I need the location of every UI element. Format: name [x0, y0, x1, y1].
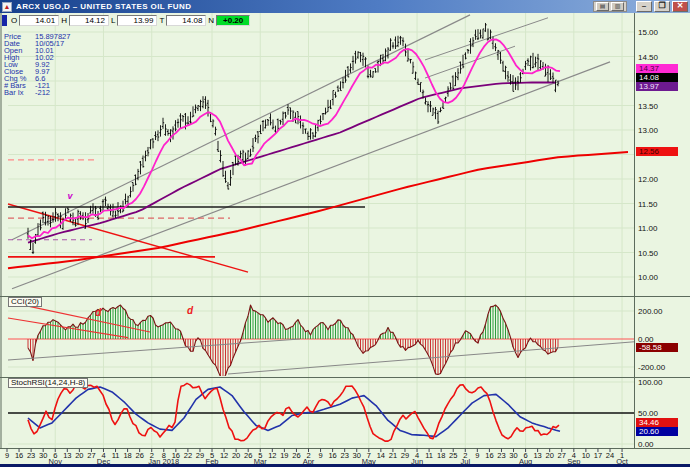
app-icon: ▲: [2, 2, 12, 12]
svg-text:29: 29: [401, 451, 409, 460]
svg-text:21: 21: [389, 451, 397, 460]
svg-text:200.00: 200.00: [638, 307, 663, 316]
svg-text:13.00: 13.00: [638, 126, 659, 135]
stochrsi-signal-value-tag: 20.60: [636, 427, 678, 436]
svg-text:d: d: [95, 307, 102, 318]
quote-bar: O14.01 H14.12 L13.99 T14.08 N+0.20: [2, 15, 250, 26]
svg-text:v: v: [67, 191, 73, 201]
svg-text:15.00: 15.00: [638, 28, 659, 37]
svg-text:12.00: 12.00: [638, 175, 659, 184]
price-pane: v: [8, 15, 628, 289]
net-change-value: +0.20: [216, 15, 250, 26]
window-controls: ▤ ▥ – ❐ ✕: [593, 1, 688, 12]
svg-text:12: 12: [220, 451, 228, 460]
chart-canvas[interactable]: 15.0014.5013.5013.0012.0011.5011.0010.50…: [0, 13, 690, 467]
svg-text:9: 9: [5, 451, 9, 460]
low-value: 13.99: [117, 15, 157, 26]
close-button[interactable]: ✕: [672, 1, 688, 12]
svg-text:18: 18: [437, 451, 445, 460]
svg-text:14: 14: [377, 451, 385, 460]
trade-value: 14.08: [166, 15, 206, 26]
svg-text:24: 24: [606, 451, 614, 460]
svg-text:30: 30: [353, 451, 361, 460]
cursor-info-panel: Price15.897827 Date10/05/17 Open10.01 Hi…: [4, 33, 70, 96]
svg-text:30: 30: [509, 451, 517, 460]
svg-text:9: 9: [318, 451, 322, 460]
chart-tool-button-1[interactable]: ▤: [596, 2, 609, 11]
stochrsi-pane-title: StochRSI(14,24,H-8): [8, 378, 88, 388]
svg-text:13.50: 13.50: [638, 102, 659, 111]
svg-text:22: 22: [184, 451, 192, 460]
ma-upper-price-tag: 14.37: [636, 64, 678, 73]
svg-text:27: 27: [87, 451, 95, 460]
svg-text:50.00: 50.00: [638, 409, 659, 418]
open-value: 14.01: [19, 15, 59, 26]
app-window: ▲ ARCX USO,D – UNITED STATES OIL FUND ▤ …: [0, 0, 690, 467]
titlebar-mini-toolbar: ▤ ▥: [593, 1, 627, 12]
svg-text:20: 20: [75, 451, 83, 460]
ma-lower-price-tag: 13.97: [636, 82, 678, 91]
svg-text:14.50: 14.50: [638, 53, 659, 62]
svg-text:26: 26: [135, 451, 143, 460]
svg-text:17: 17: [594, 451, 602, 460]
svg-text:30: 30: [39, 451, 47, 460]
title-bar[interactable]: ▲ ARCX USO,D – UNITED STATES OIL FUND ▤ …: [0, 0, 690, 13]
cci-pane: dd: [8, 305, 634, 379]
cci-value-tag: -58.58: [636, 343, 678, 352]
low-label: L: [109, 16, 117, 25]
stochrsi-pane: [8, 383, 634, 441]
svg-text:11.50: 11.50: [638, 200, 658, 209]
price-axis: 15.0014.5013.5013.0012.0011.5011.0010.50…: [638, 28, 666, 449]
minimize-button[interactable]: –: [636, 1, 652, 12]
svg-text:10.50: 10.50: [638, 249, 659, 258]
svg-text:25: 25: [449, 451, 457, 460]
svg-text:23: 23: [27, 451, 35, 460]
svg-text:0.00: 0.00: [638, 440, 654, 449]
svg-text:20: 20: [232, 451, 240, 460]
svg-text:10.00: 10.00: [638, 273, 659, 282]
svg-text:29: 29: [196, 451, 204, 460]
svg-text:100.00: 100.00: [638, 378, 663, 387]
svg-text:19: 19: [280, 451, 288, 460]
long-ma-price-tag: 12.56: [636, 147, 678, 156]
svg-text:13: 13: [533, 451, 541, 460]
svg-text:20: 20: [546, 451, 554, 460]
svg-text:16: 16: [485, 451, 493, 460]
svg-text:27: 27: [558, 451, 566, 460]
info-row-barix: Bar Ix-212: [4, 89, 70, 96]
svg-text:-200.00: -200.00: [638, 363, 666, 372]
price-bars: [27, 23, 559, 254]
svg-text:11: 11: [425, 451, 433, 460]
cci-pane-title: CCI(20): [8, 297, 42, 307]
svg-text:11.00: 11.00: [638, 224, 658, 233]
open-label: O: [9, 16, 19, 25]
svg-text:12: 12: [268, 451, 276, 460]
trade-label: T: [157, 16, 166, 25]
high-value: 14.12: [69, 15, 109, 26]
restore-button[interactable]: ❐: [654, 1, 670, 12]
svg-text:16: 16: [15, 451, 23, 460]
net-change-label: N: [206, 16, 216, 25]
svg-text:23: 23: [341, 451, 349, 460]
svg-text:23: 23: [497, 451, 505, 460]
window-title: ARCX USO,D – UNITED STATES OIL FUND: [16, 2, 191, 11]
svg-text:9: 9: [475, 451, 479, 460]
svg-text:26: 26: [292, 451, 300, 460]
svg-text:26: 26: [244, 451, 252, 460]
svg-text:18: 18: [123, 451, 131, 460]
svg-text:d: d: [187, 305, 194, 316]
chart-tool-button-2[interactable]: ▥: [611, 2, 624, 11]
svg-text:16: 16: [328, 451, 336, 460]
svg-text:13: 13: [63, 451, 71, 460]
stochrsi-value-tag: 34.46: [636, 418, 678, 427]
svg-text:11: 11: [112, 451, 120, 460]
high-label: H: [59, 16, 69, 25]
svg-text:10: 10: [582, 451, 590, 460]
quote-cursor-marker: [2, 15, 7, 26]
last-price-tag: 14.08: [636, 73, 678, 82]
